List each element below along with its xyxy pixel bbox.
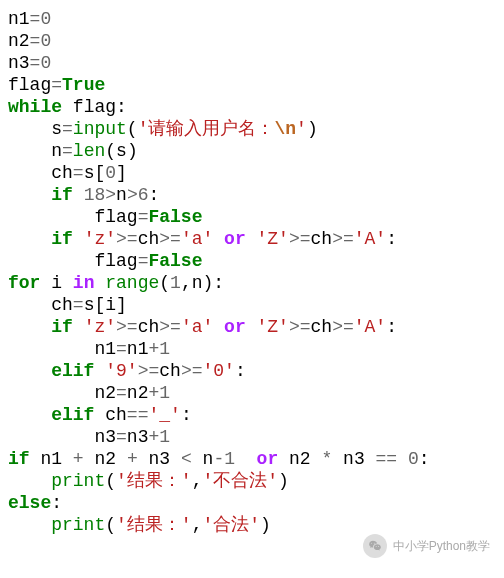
var: n1 [8,9,30,29]
wechat-icon [363,534,387,558]
watermark: 中小学Python教学 [363,534,490,558]
code-block: n1=0 n2=0 n3=0 flag=True while flag: s=i… [8,8,496,536]
watermark-text: 中小学Python教学 [393,535,490,557]
